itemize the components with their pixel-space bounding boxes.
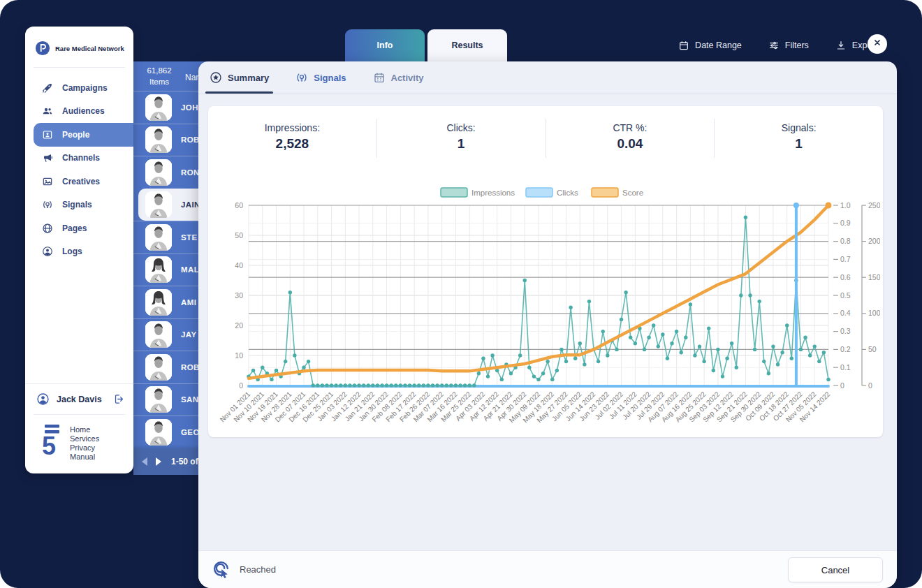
person-name: GEO (181, 428, 200, 436)
star-badge-icon (210, 71, 222, 84)
user-name: Jack Davis (57, 395, 106, 404)
sidebar-item-creatives[interactable]: Creatives (34, 170, 133, 193)
svg-text:0.7: 0.7 (840, 255, 851, 263)
svg-text:0: 0 (840, 381, 844, 390)
svg-text:5: 5 (42, 432, 56, 456)
cancel-button[interactable]: Cancel (788, 557, 883, 582)
svg-text:Clicks: Clicks (557, 189, 578, 197)
sidebar-item-channels[interactable]: Channels (34, 147, 133, 170)
svg-text:0.5: 0.5 (840, 291, 851, 300)
tab-activity[interactable]: Activity (373, 61, 424, 94)
stat-value: 0.04 (546, 136, 715, 152)
svg-text:250: 250 (868, 201, 880, 210)
svg-text:20: 20 (235, 321, 243, 330)
brand-name: Rare Medical Network (55, 45, 124, 52)
sidebar-item-label: People (62, 130, 89, 140)
stat-value: 1 (377, 136, 546, 152)
svg-text:Impressions: Impressions (471, 189, 515, 197)
globe-icon (42, 223, 53, 234)
stat-signals: Signals:1 (714, 119, 883, 158)
tab-info[interactable]: Info (345, 29, 425, 61)
sidebar-item-label: Pages (62, 223, 87, 233)
person-name: ROB (181, 135, 200, 144)
sidebar-item-label: Channels (62, 153, 100, 163)
user-icon (42, 246, 53, 257)
svg-text:Score: Score (622, 189, 643, 197)
results-chart: Nov 01 2021Nov 10 2021Nov 19 2021Nov 28 … (210, 184, 880, 433)
person-name: SAN (181, 395, 198, 404)
person-avatar (145, 224, 172, 251)
signal-bulb-icon (295, 71, 308, 84)
svg-text:30: 30 (235, 291, 243, 300)
sidebar-item-pages[interactable]: Pages (34, 216, 133, 240)
tab-results[interactable]: Results (427, 29, 507, 61)
id-card-icon (42, 129, 53, 140)
person-name: AMI (181, 298, 196, 307)
footer-link-home[interactable]: Home (70, 425, 99, 434)
person-name: JOH (181, 103, 198, 112)
person-name: STE (181, 233, 198, 242)
chevron-left-icon[interactable] (142, 457, 147, 466)
user-circle-icon (36, 392, 50, 406)
sliders-icon (768, 40, 780, 51)
image-icon (42, 176, 53, 187)
chevron-right-icon[interactable] (156, 457, 161, 466)
svg-text:0.4: 0.4 (840, 309, 851, 317)
stat-value: 2,528 (208, 136, 376, 152)
sidebar-item-signals[interactable]: Signals (34, 193, 133, 217)
sidebar-item-audiences[interactable]: Audiences (34, 100, 133, 124)
date-range-button[interactable]: Date Range (678, 40, 742, 51)
person-avatar (145, 419, 172, 446)
svg-text:100: 100 (868, 309, 880, 317)
svg-text:0.9: 0.9 (840, 219, 851, 227)
brand-pin-icon (35, 41, 50, 56)
person-avatar (145, 94, 172, 121)
person-name: JAIN (181, 200, 200, 209)
stat-label: CTR %: (546, 122, 715, 133)
svg-text:200: 200 (868, 237, 880, 245)
sidebar-item-people[interactable]: People (34, 123, 133, 147)
svg-text:50: 50 (868, 345, 877, 353)
sidebar-item-label: Campaigns (62, 83, 108, 93)
person-name: ROB (181, 363, 200, 372)
modal-footer: Reached Cancel (198, 550, 897, 588)
items-count: 61,862 (133, 66, 185, 77)
stat-ctr: CTR %:0.04 (546, 119, 715, 158)
tab-summary[interactable]: Summary (210, 61, 269, 94)
person-avatar (145, 256, 172, 283)
megaphone-icon (42, 152, 53, 163)
person-name: RON (181, 168, 200, 177)
person-avatar (145, 386, 172, 413)
stat-label: Clicks: (377, 122, 546, 133)
svg-text:0.2: 0.2 (840, 345, 851, 353)
filters-button[interactable]: Filters (768, 40, 809, 51)
footer-link-services[interactable]: Services (70, 434, 99, 443)
footer-link-privacy[interactable]: Privacy (70, 443, 99, 452)
svg-text:0.3: 0.3 (840, 327, 851, 335)
sidebar-item-label: Audiences (62, 106, 105, 116)
items-count-label: Items (133, 77, 185, 88)
svg-text:1.0: 1.0 (840, 201, 851, 210)
summary-card: Impressions:2,528Clicks:1CTR %:0.04Signa… (208, 106, 883, 437)
tab-signals[interactable]: Signals (295, 61, 346, 94)
svg-text:150: 150 (868, 273, 880, 281)
footer-link-manual[interactable]: Manual (70, 453, 99, 461)
logout-icon[interactable] (113, 393, 125, 405)
sidebar-item-campaigns[interactable]: Campaigns (34, 76, 133, 100)
svg-text:10: 10 (235, 351, 243, 360)
close-button[interactable] (868, 34, 887, 54)
person-name: JAY (181, 330, 197, 339)
person-name: MAL (181, 265, 199, 274)
sidebar-item-logs[interactable]: Logs (34, 240, 133, 264)
person-avatar (145, 191, 172, 218)
person-avatar (145, 159, 172, 186)
svg-text:0.8: 0.8 (840, 237, 851, 245)
results-modal: SummarySignalsActivity Impressions:2,528… (198, 61, 897, 588)
sidebar: Rare Medical Network CampaignsAudiencesP… (25, 27, 133, 473)
users-icon (42, 105, 53, 117)
svg-text:0: 0 (868, 381, 872, 390)
stat-value: 1 (715, 136, 883, 152)
signal-bulb-icon (42, 199, 53, 210)
user-row: Jack Davis (25, 383, 133, 414)
close-icon (872, 37, 883, 51)
